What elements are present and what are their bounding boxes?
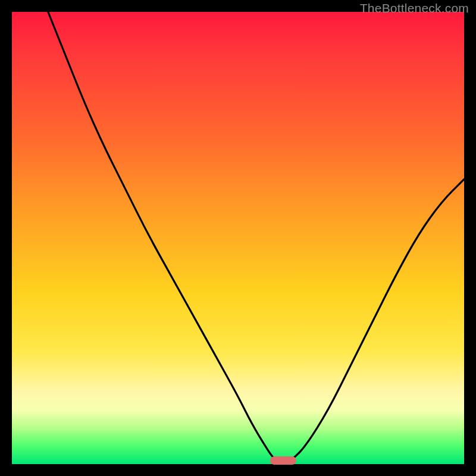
optimum-marker bbox=[270, 456, 296, 465]
watermark-text: TheBottleneck.com bbox=[360, 1, 469, 15]
chart-frame: TheBottleneck.com bbox=[0, 0, 476, 476]
chart-plot-area bbox=[12, 12, 464, 464]
bottleneck-curve bbox=[12, 12, 464, 464]
curve-path bbox=[48, 12, 464, 463]
